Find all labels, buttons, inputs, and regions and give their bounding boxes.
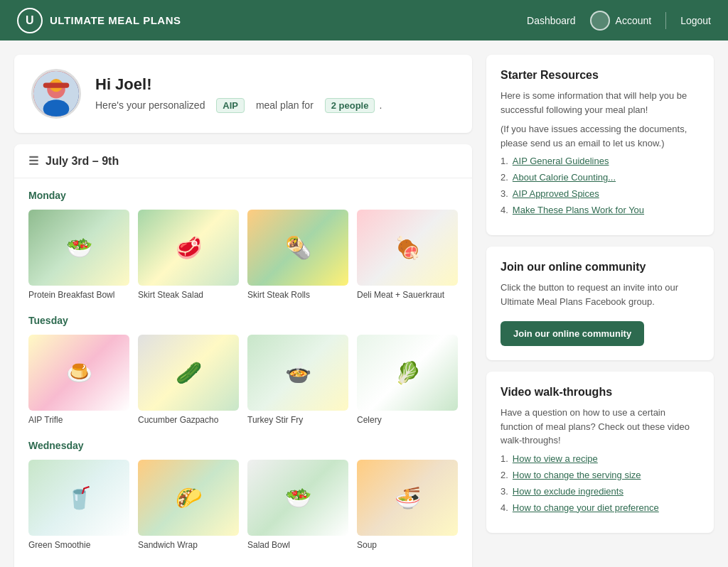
welcome-text: Hi Joel! Here's your personalized AIP me… — [95, 75, 382, 113]
right-column: Starter Resources Here is some informati… — [486, 55, 714, 567]
meal-image: 🍲 — [247, 335, 348, 411]
video-walkthroughs-section: Video walk-throughs Have a question on h… — [486, 372, 714, 533]
svg-rect-4 — [43, 82, 70, 87]
left-column: Hi Joel! Here's your personalized AIP me… — [14, 55, 472, 567]
meal-item[interactable]: 🌯Skirt Steak Rolls — [247, 210, 348, 301]
meal-image: 🍖 — [357, 210, 458, 286]
meal-name: Soup — [357, 540, 458, 551]
starter-resources-title: Starter Resources — [500, 69, 700, 82]
community-title: Join our online community — [500, 261, 700, 274]
meal-item[interactable]: 🌮Sandwich Wrap — [138, 460, 239, 551]
meal-item[interactable]: 🥩Skirt Steak Salad — [138, 210, 239, 301]
people-badge: 2 people — [325, 98, 375, 113]
resource-item: 1. AIP General Guidelines — [500, 156, 700, 166]
meal-image: 🌮 — [138, 460, 239, 536]
logout-link[interactable]: Logout — [680, 15, 711, 26]
week-header: ☰ July 3rd – 9th — [14, 144, 472, 178]
greeting: Hi Joel! — [95, 75, 382, 94]
dashboard-link[interactable]: Dashboard — [527, 15, 576, 26]
meal-name: Protein Breakfast Bowl — [28, 290, 129, 301]
meal-item[interactable]: 🥗Protein Breakfast Bowl — [28, 210, 129, 301]
video-link[interactable]: How to exclude ingredients — [513, 486, 623, 497]
meal-image: 🍜 — [357, 460, 458, 536]
starter-resources-desc: Here is some information that will help … — [500, 89, 700, 117]
meal-name: Turkey Stir Fry — [247, 415, 348, 426]
meal-image: 🥗 — [247, 460, 348, 536]
welcome-description: Here's your personalized AIP meal plan f… — [95, 98, 382, 113]
video-num: 2. — [500, 470, 508, 480]
logo-icon: U — [17, 8, 43, 33]
meal-grid: 🥗Protein Breakfast Bowl🥩Skirt Steak Sala… — [28, 210, 458, 301]
day-label: Wednesday — [28, 440, 458, 451]
video-num: 4. — [500, 502, 508, 513]
video-num: 3. — [500, 486, 508, 497]
avatar — [31, 69, 81, 119]
calendar-icon: ☰ — [28, 154, 38, 168]
header: U ULTIMATE MEAL PLANS Dashboard Account … — [0, 0, 728, 40]
meal-image: 🥩 — [138, 210, 239, 286]
header-divider — [665, 12, 666, 29]
meal-item[interactable]: 🥬Celery — [357, 335, 458, 426]
meal-name: Celery — [357, 415, 458, 426]
meal-image: 🥒 — [138, 335, 239, 411]
meal-image: 🌯 — [247, 210, 348, 286]
resource-num: 1. — [500, 156, 508, 166]
account-button[interactable]: Account — [590, 11, 652, 31]
video-num: 1. — [500, 453, 508, 464]
meal-item[interactable]: 🍜Soup — [357, 460, 458, 551]
video-item: 1. How to view a recipe — [500, 453, 700, 464]
video-item: 2. How to change the serving size — [500, 470, 700, 480]
meal-item[interactable]: 🍲Turkey Stir Fry — [247, 335, 348, 426]
meal-plan-card: ☰ July 3rd – 9th Monday🥗Protein Breakfas… — [14, 144, 472, 567]
meal-image: 🍮 — [28, 335, 129, 411]
resource-item: 3. AIP Approved Spices — [500, 188, 700, 199]
meal-name: Green Smoothie — [28, 540, 129, 551]
diet-badge: AIP — [216, 98, 245, 113]
meal-item[interactable]: 🍖Deli Meat + Sauerkraut — [357, 210, 458, 301]
meal-item[interactable]: 🥤Green Smoothie — [28, 460, 129, 551]
join-community-button[interactable]: Join our online community — [500, 321, 644, 346]
resource-link[interactable]: About Calorie Counting... — [513, 172, 616, 183]
resource-link[interactable]: AIP General Guidelines — [513, 156, 609, 166]
meal-item[interactable]: 🥒Cucumber Gazpacho — [138, 335, 239, 426]
meal-grid: 🥤Green Smoothie🌮Sandwich Wrap🥗Salad Bowl… — [28, 460, 458, 551]
logo-text: ULTIMATE MEAL PLANS — [50, 14, 181, 26]
main-layout: Hi Joel! Here's your personalized AIP me… — [0, 40, 728, 567]
resource-link[interactable]: AIP Approved Spices — [513, 188, 599, 199]
resource-link[interactable]: Make These Plans Work for You — [513, 205, 644, 215]
resource-list: 1. AIP General Guidelines2. About Calori… — [500, 156, 700, 215]
day-label: Tuesday — [28, 315, 458, 326]
video-list: 1. How to view a recipe2. How to change … — [500, 453, 700, 513]
meal-name: Sandwich Wrap — [138, 540, 239, 551]
video-link[interactable]: How to view a recipe — [513, 453, 598, 464]
resource-num: 3. — [500, 188, 508, 199]
meal-name: Skirt Steak Rolls — [247, 290, 348, 301]
community-desc: Click the button to request an invite in… — [500, 281, 700, 308]
starter-resources-section: Starter Resources Here is some informati… — [486, 55, 714, 235]
header-nav: Dashboard Account Logout — [527, 11, 711, 31]
meal-item[interactable]: 🥗Salad Bowl — [247, 460, 348, 551]
day-label: Monday — [28, 190, 458, 201]
meal-image: 🥤 — [28, 460, 129, 536]
resource-item: 4. Make These Plans Work for You — [500, 205, 700, 215]
meal-name: Salad Bowl — [247, 540, 348, 551]
resource-item: 2. About Calorie Counting... — [500, 172, 700, 183]
video-desc: Have a question on how to use a certain … — [500, 406, 700, 448]
account-avatar — [590, 11, 610, 31]
meal-item[interactable]: 🍮AIP Trifle — [28, 335, 129, 426]
video-item: 3. How to exclude ingredients — [500, 486, 700, 497]
video-item: 4. How to change your diet preference — [500, 502, 700, 513]
logo: U ULTIMATE MEAL PLANS — [17, 8, 181, 33]
meals-section: Monday🥗Protein Breakfast Bowl🥩Skirt Stea… — [14, 178, 472, 567]
meal-name: Skirt Steak Salad — [138, 290, 239, 301]
account-label: Account — [616, 15, 652, 26]
week-date-range: July 3rd – 9th — [46, 155, 119, 168]
resource-num: 2. — [500, 172, 508, 183]
video-title: Video walk-throughs — [500, 386, 700, 399]
resource-num: 4. — [500, 205, 508, 215]
meal-name: AIP Trifle — [28, 415, 129, 426]
video-link[interactable]: How to change your diet preference — [513, 502, 659, 513]
meal-name: Cucumber Gazpacho — [138, 415, 239, 426]
video-link[interactable]: How to change the serving size — [513, 470, 641, 480]
community-section: Join our online community Click the butt… — [486, 247, 714, 360]
